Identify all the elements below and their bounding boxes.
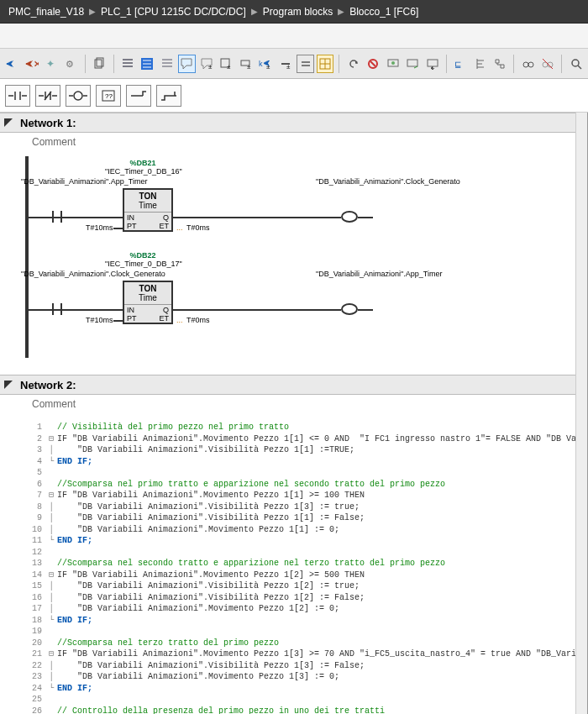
contact-no-2[interactable] <box>49 303 66 315</box>
scl-line-7: IF "DB Variabili Animazioni".Movimento P… <box>57 491 365 500</box>
scl-line-15: "DB Variabili Animazioni".Visibilità Pez… <box>57 581 360 591</box>
comment-toggle-icon[interactable] <box>178 55 196 73</box>
scl-code-block[interactable]: 1 // Visibilità del primo pezzo nel prim… <box>0 418 587 714</box>
sparkle-icon[interactable]: ✦ <box>43 55 60 73</box>
contact-2-label: "DB_Variabili_Animazioni".Clock_Generato <box>21 270 88 279</box>
svg-text:±: ± <box>286 63 291 71</box>
list-indent-icon[interactable] <box>119 55 137 73</box>
gear-icon[interactable]: ⚙ <box>63 55 81 73</box>
contact-no-icon[interactable] <box>5 85 30 107</box>
scl-line-2: IF "DB Variabili Animazioni".Movimento P… <box>57 434 588 444</box>
vertical-scrollbar[interactable] <box>575 113 587 714</box>
box-instruction-icon[interactable]: ?? <box>96 85 121 107</box>
comment-down-icon[interactable]: ± <box>198 55 216 73</box>
list-icon[interactable] <box>159 55 176 73</box>
scl-line-3: "DB Variabili Animazioni".Visibilità Pez… <box>57 445 354 454</box>
insert-row-icon[interactable]: ± <box>238 55 255 73</box>
align-icon[interactable] <box>471 55 489 73</box>
network-1-title: Network 1: <box>20 117 76 129</box>
monitor-go-icon[interactable] <box>404 55 422 73</box>
pin-pt-2: PT <box>127 315 137 323</box>
svg-text:±: ± <box>227 63 231 71</box>
network-2-header[interactable]: Network 2: <box>0 375 587 395</box>
structure-icon[interactable] <box>491 55 509 73</box>
goto-def-icon[interactable]: ⊑ <box>452 55 470 73</box>
breadcrumb-seg-project[interactable]: PMC_finale_V18 <box>5 6 87 18</box>
editor-toolbar: ⮜ ⮜✕ ✦ ⚙ ± ± ± k⮜± ± ⊑ <box>0 49 588 79</box>
scl-line-21: IF "DB Variabili Animazioni".Movimento P… <box>57 649 588 659</box>
ton-type-2: Time <box>124 293 171 305</box>
svg-point-26 <box>572 60 579 66</box>
scl-line-13: //Scomparsa nel secondo tratto e appariz… <box>57 559 445 568</box>
monitor-icon[interactable] <box>384 55 402 73</box>
code-editor[interactable]: Network 1: Comment "DB_Variabili_Animazi… <box>0 113 588 714</box>
instruction-favorites: ?? <box>0 79 588 113</box>
insert-network-icon[interactable]: ± <box>218 55 235 73</box>
branch-close-icon[interactable] <box>156 85 181 107</box>
breadcrumb-seg-block[interactable]: Blocco_1 [FC6] <box>346 6 422 18</box>
scl-line-9: "DB Variabili Animazioni".Visibilità Pez… <box>57 513 365 522</box>
collapse-triangle-icon[interactable] <box>3 380 13 390</box>
search-icon[interactable] <box>567 55 585 73</box>
scl-line-4: END IF; <box>57 457 92 466</box>
scl-line-24: END IF; <box>57 684 92 693</box>
contact-no[interactable] <box>49 211 66 223</box>
scl-line-22: "DB Variabili Animazioni".Visibilità Pez… <box>57 661 365 670</box>
network-2-comment[interactable]: Comment <box>0 395 587 418</box>
pin-et-2: ET <box>159 315 169 323</box>
svg-point-22 <box>523 62 528 67</box>
wire <box>173 309 341 311</box>
scl-line-1: // Visibilità del primo pezzo nel primo … <box>57 423 289 432</box>
coil-icon[interactable] <box>66 85 91 107</box>
ton-type: Time <box>124 201 171 213</box>
coil-1-label: "DB_Variabili_Animazioni".Clock_Generato <box>316 178 383 186</box>
coil-1[interactable] <box>341 211 358 223</box>
svg-text:⮜✕: ⮜✕ <box>25 60 39 69</box>
ton-box-1[interactable]: TON Time IN Q PT ET <box>123 188 173 232</box>
network-1-comment[interactable]: Comment <box>0 133 587 156</box>
breadcrumb-seg-folder[interactable]: Program blocks <box>260 6 336 18</box>
dash-insert-icon[interactable]: ± <box>277 55 295 73</box>
tag-left-icon[interactable]: ⮜ <box>3 55 21 73</box>
chevron-right-icon: ▶ <box>87 7 97 16</box>
network-2-title: Network 2: <box>20 379 76 391</box>
scl-line-6: //Scomparsa nel primo tratto e apparizio… <box>57 480 445 489</box>
wire <box>358 309 373 311</box>
equals-icon[interactable] <box>297 55 314 73</box>
wire <box>84 309 123 311</box>
wire <box>84 217 123 218</box>
chevron-right-icon: ▶ <box>249 7 260 16</box>
copy-icon[interactable] <box>91 55 108 73</box>
grid-gold-icon[interactable] <box>317 55 334 73</box>
svg-point-23 <box>528 62 533 67</box>
et-value-2: T#0ms <box>186 316 210 324</box>
contact-nc-icon[interactable] <box>35 85 60 107</box>
scl-line-8: "DB Variabili Animazioni".Visibilità Pez… <box>57 502 360 512</box>
pt-value-2: T#10ms <box>86 316 113 324</box>
breadcrumb-seg-plc[interactable]: PLC_1 [CPU 1215C DC/DC/DC] <box>97 6 249 18</box>
contact-1-label: "DB_Variabili_Animazioni".App_Timer <box>21 178 88 186</box>
glasses-icon[interactable] <box>519 55 537 73</box>
breadcrumb: PMC_finale_V18 ▶ PLC_1 [CPU 1215C DC/DC/… <box>0 0 588 24</box>
network-1-ladder[interactable]: "DB_Variabili_Animazioni".App_Timer %DB2… <box>25 156 562 358</box>
ton-title-2: TON <box>124 284 171 293</box>
list-blue-icon[interactable] <box>139 55 156 73</box>
pin-et: ET <box>159 223 169 231</box>
scl-line-16: "DB Variabili Animazioni".Visibilità Pez… <box>57 593 365 602</box>
coil-2[interactable] <box>341 303 358 315</box>
collapse-triangle-icon[interactable] <box>3 118 13 128</box>
wire <box>358 217 373 218</box>
wire <box>113 320 123 322</box>
stop-icon[interactable] <box>365 55 382 73</box>
tag-delete-icon[interactable]: ⮜✕ <box>24 55 41 73</box>
network-1-header[interactable]: Network 1: <box>0 113 587 133</box>
download-icon[interactable] <box>423 55 441 73</box>
glasses-off-icon[interactable] <box>539 55 557 73</box>
scl-line-17: "DB Variabili Animazioni".Movimento Pezz… <box>57 604 339 613</box>
tag-insert-icon[interactable]: k⮜± <box>257 55 275 73</box>
svg-text:⮜: ⮜ <box>6 60 14 69</box>
ton-box-2[interactable]: TON Time IN Q PT ET <box>123 281 173 324</box>
et-dashes-2: ... <box>176 316 183 324</box>
branch-open-icon[interactable] <box>126 85 151 107</box>
undo-icon[interactable] <box>344 55 362 73</box>
